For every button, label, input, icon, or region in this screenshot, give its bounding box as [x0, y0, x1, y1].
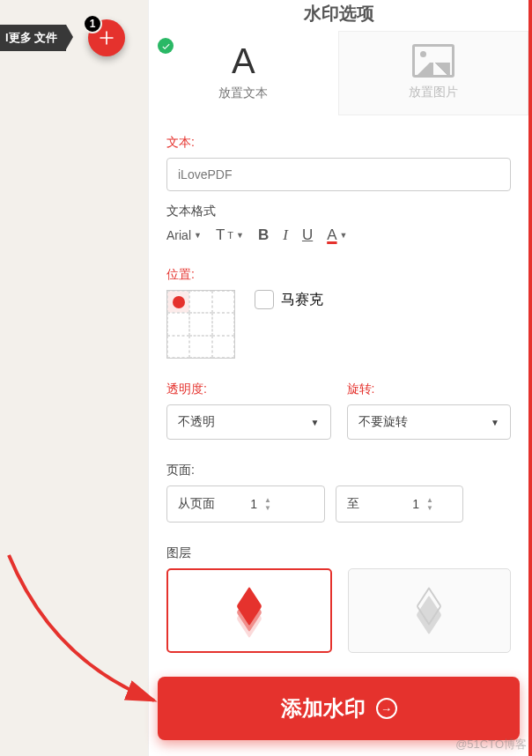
text-icon: A — [149, 43, 338, 78]
position-label: 位置: — [166, 267, 511, 283]
tab-place-text[interactable]: A 放置文本 — [149, 31, 338, 115]
pos-bot-left[interactable] — [167, 336, 189, 358]
more-files-tag: l更多 文件 — [0, 25, 66, 51]
chevron-up-icon[interactable]: ▲ — [264, 497, 277, 504]
pos-top-right[interactable] — [212, 291, 234, 313]
tab-place-image[interactable]: 放置图片 — [338, 31, 529, 115]
layers-below-icon — [410, 595, 448, 626]
text-label: 文本: — [166, 135, 511, 151]
image-icon — [412, 44, 454, 78]
italic-button[interactable]: I — [283, 226, 288, 244]
chevron-up-icon[interactable]: ▲ — [426, 497, 439, 504]
chevron-down-icon[interactable]: ▼ — [264, 505, 277, 512]
arrow-right-icon: → — [376, 698, 397, 719]
pos-top-left[interactable] — [167, 291, 189, 313]
position-grid — [166, 290, 235, 359]
pos-bot-center[interactable] — [189, 336, 211, 358]
opacity-select[interactable]: 不透明▼ — [166, 404, 331, 440]
opacity-label: 透明度: — [166, 382, 331, 397]
rotate-select[interactable]: 不要旋转▼ — [347, 404, 512, 440]
layer-below[interactable] — [348, 568, 512, 653]
page-from-input[interactable]: 从页面 1 ▲▼ — [166, 485, 325, 523]
check-icon — [158, 38, 174, 54]
page-to-input[interactable]: 至 1 ▲▼ — [336, 485, 463, 523]
add-watermark-button[interactable]: 添加水印 → — [158, 677, 520, 740]
underline-button[interactable]: U — [302, 226, 313, 244]
rotate-label: 旋转: — [347, 382, 512, 397]
watermark-text-input[interactable] — [166, 158, 511, 191]
add-file-button[interactable]: 1 — [88, 19, 125, 56]
plus-icon — [98, 29, 115, 47]
panel-title: 水印选项 — [149, 0, 528, 31]
pages-label: 页面: — [166, 463, 511, 478]
pos-bot-right[interactable] — [212, 336, 234, 358]
bold-button[interactable]: B — [258, 226, 269, 244]
font-family-select[interactable]: Arial▼ — [166, 228, 202, 242]
format-label: 文本格式 — [166, 204, 511, 219]
mosaic-checkbox[interactable] — [255, 290, 274, 309]
layers-label: 图层 — [166, 545, 511, 561]
chevron-down-icon[interactable]: ▼ — [426, 505, 439, 512]
mosaic-label: 马赛克 — [281, 291, 323, 309]
pos-mid-center[interactable] — [189, 313, 211, 335]
tab-image-label: 放置图片 — [339, 85, 528, 100]
pos-mid-right[interactable] — [212, 313, 234, 335]
pos-mid-left[interactable] — [167, 313, 189, 335]
tab-text-label: 放置文本 — [149, 85, 338, 101]
font-color-select[interactable]: A▼ — [327, 226, 347, 244]
layers-above-icon — [230, 595, 269, 626]
layer-above[interactable] — [166, 568, 332, 653]
blog-watermark: @51CTO博客 — [455, 737, 527, 752]
watermark-panel: 水印选项 A 放置文本 放置图片 文本: 文本格式 Arial▼ TT▼ — [148, 0, 532, 756]
font-size-select[interactable]: TT▼ — [216, 226, 244, 244]
file-count-badge: 1 — [83, 14, 102, 33]
pos-top-center[interactable] — [189, 291, 211, 313]
